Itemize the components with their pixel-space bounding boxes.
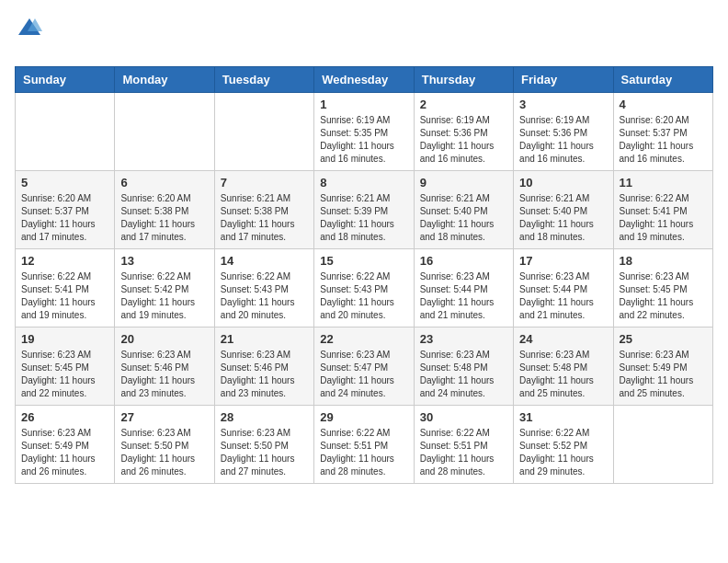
cell-content: Sunrise: 6:21 AM Sunset: 5:38 PM Dayligh… [221,192,308,244]
calendar-cell: 21Sunrise: 6:23 AM Sunset: 5:46 PM Dayli… [214,327,313,406]
day-number: 6 [120,176,208,190]
calendar-week-row: 5Sunrise: 6:20 AM Sunset: 5:37 PM Daylig… [16,171,713,249]
day-number: 22 [320,332,407,346]
cell-content: Sunrise: 6:22 AM Sunset: 5:41 PM Dayligh… [21,270,108,322]
cell-content: Sunrise: 6:19 AM Sunset: 5:35 PM Dayligh… [320,114,407,166]
calendar-cell: 17Sunrise: 6:23 AM Sunset: 5:44 PM Dayli… [514,249,613,327]
day-number: 25 [620,332,707,346]
cell-content: Sunrise: 6:23 AM Sunset: 5:49 PM Dayligh… [620,349,707,400]
calendar-cell: 9Sunrise: 6:21 AM Sunset: 5:40 PM Daylig… [414,171,513,249]
calendar-cell [115,93,214,171]
calendar-cell: 6Sunrise: 6:20 AM Sunset: 5:38 PM Daylig… [115,171,214,249]
cell-content: Sunrise: 6:22 AM Sunset: 5:43 PM Dayligh… [221,270,308,322]
day-number: 19 [21,332,108,346]
cell-content: Sunrise: 6:23 AM Sunset: 5:44 PM Dayligh… [420,270,507,322]
calendar-table: SundayMondayTuesdayWednesdayThursdayFrid… [15,66,713,484]
day-number: 3 [519,98,607,111]
calendar-cell [16,93,115,171]
calendar-cell: 29Sunrise: 6:22 AM Sunset: 5:51 PM Dayli… [314,406,414,484]
day-of-week-header: Monday [115,67,214,93]
cell-content: Sunrise: 6:22 AM Sunset: 5:41 PM Dayligh… [620,192,707,244]
calendar-week-row: 19Sunrise: 6:23 AM Sunset: 5:45 PM Dayli… [16,327,713,406]
calendar-cell: 23Sunrise: 6:23 AM Sunset: 5:48 PM Dayli… [414,327,513,406]
cell-content: Sunrise: 6:22 AM Sunset: 5:43 PM Dayligh… [320,270,407,322]
cell-content: Sunrise: 6:21 AM Sunset: 5:40 PM Dayligh… [519,192,607,244]
day-number: 28 [221,410,308,424]
day-of-week-header: Thursday [414,67,513,93]
day-number: 9 [420,176,507,190]
day-number: 8 [320,176,407,190]
day-number: 11 [620,176,707,190]
day-number: 30 [420,410,507,424]
cell-content: Sunrise: 6:23 AM Sunset: 5:46 PM Dayligh… [120,349,208,400]
calendar-header-row: SundayMondayTuesdayWednesdayThursdayFrid… [16,67,713,93]
calendar-cell: 19Sunrise: 6:23 AM Sunset: 5:45 PM Dayli… [16,327,115,406]
calendar-cell: 27Sunrise: 6:23 AM Sunset: 5:50 PM Dayli… [115,406,214,484]
calendar-cell: 18Sunrise: 6:23 AM Sunset: 5:45 PM Dayli… [613,249,712,327]
day-number: 1 [320,98,407,111]
calendar-cell: 3Sunrise: 6:19 AM Sunset: 5:36 PM Daylig… [514,93,613,171]
calendar-cell: 2Sunrise: 6:19 AM Sunset: 5:36 PM Daylig… [414,93,513,171]
calendar-week-row: 26Sunrise: 6:23 AM Sunset: 5:49 PM Dayli… [16,406,713,484]
calendar-cell: 12Sunrise: 6:22 AM Sunset: 5:41 PM Dayli… [16,249,115,327]
day-number: 12 [21,254,108,268]
cell-content: Sunrise: 6:22 AM Sunset: 5:51 PM Dayligh… [420,427,507,478]
calendar-cell: 15Sunrise: 6:22 AM Sunset: 5:43 PM Dayli… [314,249,414,327]
day-number: 14 [221,254,308,268]
cell-content: Sunrise: 6:22 AM Sunset: 5:42 PM Dayligh… [120,270,208,322]
calendar-cell: 7Sunrise: 6:21 AM Sunset: 5:38 PM Daylig… [214,171,313,249]
day-of-week-header: Sunday [16,67,115,93]
calendar-cell: 31Sunrise: 6:22 AM Sunset: 5:52 PM Dayli… [514,406,613,484]
day-number: 31 [519,410,607,424]
calendar-cell: 5Sunrise: 6:20 AM Sunset: 5:37 PM Daylig… [16,171,115,249]
cell-content: Sunrise: 6:22 AM Sunset: 5:51 PM Dayligh… [320,427,407,478]
cell-content: Sunrise: 6:19 AM Sunset: 5:36 PM Dayligh… [420,114,507,166]
calendar-cell: 1Sunrise: 6:19 AM Sunset: 5:35 PM Daylig… [314,93,414,171]
day-number: 13 [120,254,208,268]
logo [15,15,42,57]
day-number: 20 [120,332,208,346]
day-of-week-header: Tuesday [214,67,313,93]
logo-icon [17,15,42,40]
calendar-cell: 10Sunrise: 6:21 AM Sunset: 5:40 PM Dayli… [514,171,613,249]
cell-content: Sunrise: 6:21 AM Sunset: 5:40 PM Dayligh… [420,192,507,244]
day-number: 27 [120,410,208,424]
calendar-cell: 30Sunrise: 6:22 AM Sunset: 5:51 PM Dayli… [414,406,513,484]
calendar-cell: 13Sunrise: 6:22 AM Sunset: 5:42 PM Dayli… [115,249,214,327]
cell-content: Sunrise: 6:19 AM Sunset: 5:36 PM Dayligh… [519,114,607,166]
day-number: 10 [519,176,607,190]
cell-content: Sunrise: 6:20 AM Sunset: 5:37 PM Dayligh… [21,192,108,244]
calendar-cell: 14Sunrise: 6:22 AM Sunset: 5:43 PM Dayli… [214,249,313,327]
day-number: 15 [320,254,407,268]
page-header [15,15,713,57]
day-of-week-header: Wednesday [314,67,414,93]
cell-content: Sunrise: 6:22 AM Sunset: 5:52 PM Dayligh… [519,427,607,478]
calendar-cell: 16Sunrise: 6:23 AM Sunset: 5:44 PM Dayli… [414,249,513,327]
day-number: 16 [420,254,507,268]
day-number: 7 [221,176,308,190]
day-number: 29 [320,410,407,424]
day-number: 2 [420,98,507,111]
day-number: 21 [221,332,308,346]
calendar-week-row: 1Sunrise: 6:19 AM Sunset: 5:35 PM Daylig… [16,93,713,171]
day-number: 24 [519,332,607,346]
day-number: 17 [519,254,607,268]
cell-content: Sunrise: 6:23 AM Sunset: 5:46 PM Dayligh… [221,349,308,400]
calendar-cell: 11Sunrise: 6:22 AM Sunset: 5:41 PM Dayli… [613,171,712,249]
calendar-cell: 26Sunrise: 6:23 AM Sunset: 5:49 PM Dayli… [16,406,115,484]
cell-content: Sunrise: 6:23 AM Sunset: 5:47 PM Dayligh… [320,349,407,400]
cell-content: Sunrise: 6:23 AM Sunset: 5:50 PM Dayligh… [120,427,208,478]
cell-content: Sunrise: 6:23 AM Sunset: 5:50 PM Dayligh… [221,427,308,478]
calendar-cell [613,406,712,484]
day-of-week-header: Saturday [613,67,712,93]
day-number: 18 [620,254,707,268]
day-number: 23 [420,332,507,346]
logo-text [15,15,42,40]
calendar-cell: 20Sunrise: 6:23 AM Sunset: 5:46 PM Dayli… [115,327,214,406]
cell-content: Sunrise: 6:21 AM Sunset: 5:39 PM Dayligh… [320,192,407,244]
cell-content: Sunrise: 6:23 AM Sunset: 5:45 PM Dayligh… [620,270,707,322]
cell-content: Sunrise: 6:23 AM Sunset: 5:48 PM Dayligh… [519,349,607,400]
calendar-cell: 8Sunrise: 6:21 AM Sunset: 5:39 PM Daylig… [314,171,414,249]
calendar-week-row: 12Sunrise: 6:22 AM Sunset: 5:41 PM Dayli… [16,249,713,327]
cell-content: Sunrise: 6:20 AM Sunset: 5:37 PM Dayligh… [620,114,707,166]
